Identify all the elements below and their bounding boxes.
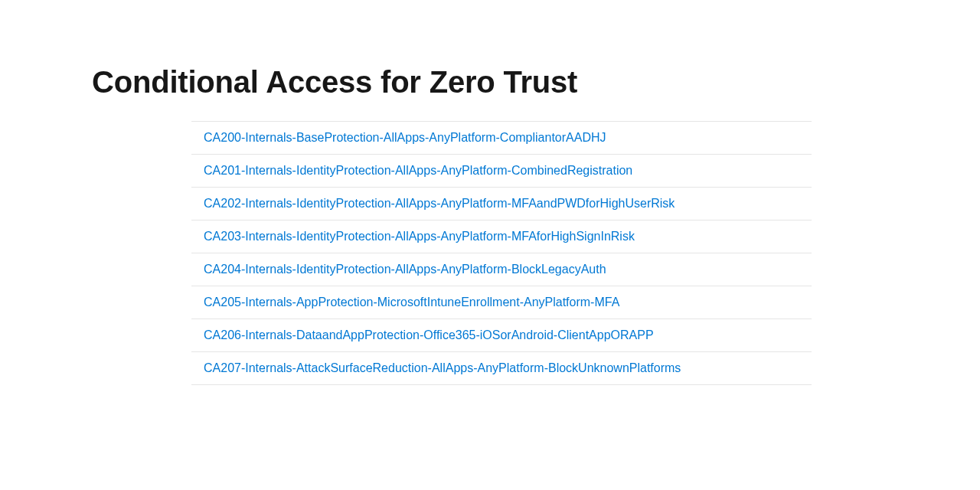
page-container: Conditional Access for Zero Trust CA200-… bbox=[0, 0, 980, 385]
page-title: Conditional Access for Zero Trust bbox=[92, 65, 980, 100]
policy-item: CA204-Internals-IdentityProtection-AllAp… bbox=[191, 253, 812, 286]
policy-item: CA203-Internals-IdentityProtection-AllAp… bbox=[191, 220, 812, 253]
policy-item: CA206-Internals-DataandAppProtection-Off… bbox=[191, 319, 812, 352]
policy-item: CA205-Internals-AppProtection-MicrosoftI… bbox=[191, 286, 812, 319]
policy-link-ca205[interactable]: CA205-Internals-AppProtection-MicrosoftI… bbox=[204, 296, 619, 309]
policy-link-ca200[interactable]: CA200-Internals-BaseProtection-AllApps-A… bbox=[204, 131, 606, 144]
policy-item: CA207-Internals-AttackSurfaceReduction-A… bbox=[191, 352, 812, 385]
policy-link-ca203[interactable]: CA203-Internals-IdentityProtection-AllAp… bbox=[204, 230, 635, 243]
policy-link-ca201[interactable]: CA201-Internals-IdentityProtection-AllAp… bbox=[204, 164, 632, 177]
policy-item: CA201-Internals-IdentityProtection-AllAp… bbox=[191, 155, 812, 188]
policy-link-ca206[interactable]: CA206-Internals-DataandAppProtection-Off… bbox=[204, 328, 654, 341]
policy-item: CA202-Internals-IdentityProtection-AllAp… bbox=[191, 188, 812, 220]
policy-link-ca202[interactable]: CA202-Internals-IdentityProtection-AllAp… bbox=[204, 197, 675, 210]
policy-list: CA200-Internals-BaseProtection-AllApps-A… bbox=[191, 121, 812, 385]
policy-link-ca204[interactable]: CA204-Internals-IdentityProtection-AllAp… bbox=[204, 263, 606, 276]
policy-item: CA200-Internals-BaseProtection-AllApps-A… bbox=[191, 122, 812, 155]
policy-link-ca207[interactable]: CA207-Internals-AttackSurfaceReduction-A… bbox=[204, 361, 681, 374]
